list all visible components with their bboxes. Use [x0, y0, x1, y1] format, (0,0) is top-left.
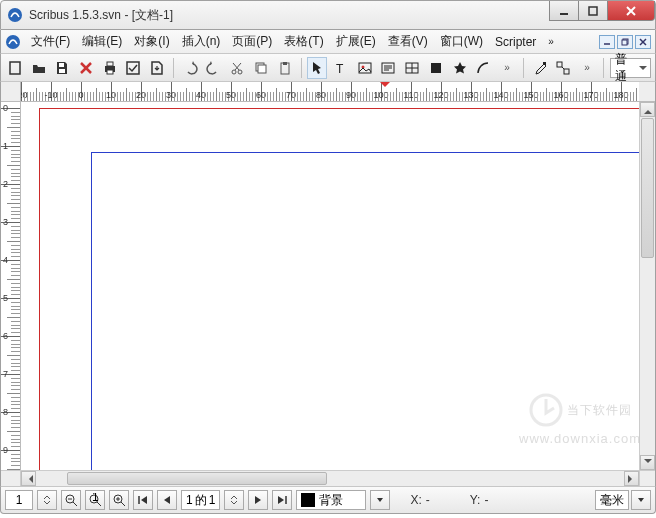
scroll-right-button[interactable] — [624, 471, 639, 486]
svg-rect-18 — [107, 70, 113, 74]
last-page-button[interactable] — [272, 490, 292, 510]
mdi-close-button[interactable] — [635, 35, 651, 49]
toolbar-separator — [173, 58, 174, 78]
page-selector-stepper[interactable] — [224, 490, 244, 510]
svg-rect-17 — [107, 62, 113, 66]
zoom-out-button[interactable] — [61, 490, 81, 510]
svg-point-0 — [8, 8, 22, 22]
layer-color-swatch — [301, 493, 315, 507]
statusbar: 1 1 1 的 1 背景 X: - Y: - 毫米 — [0, 486, 656, 514]
svg-rect-12 — [59, 63, 64, 67]
mdi-controls — [599, 35, 651, 49]
copy-button[interactable] — [251, 57, 271, 79]
table-tool[interactable] — [402, 57, 422, 79]
menu-view[interactable]: 查看(V) — [382, 31, 434, 52]
vertical-ruler[interactable]: 0123456789 — [1, 102, 21, 470]
paste-button[interactable] — [275, 57, 295, 79]
minimize-button[interactable] — [549, 1, 579, 21]
svg-point-5 — [6, 35, 20, 49]
layer-name: 背景 — [319, 492, 343, 509]
svg-rect-2 — [589, 7, 597, 15]
toolbar-separator — [301, 58, 302, 78]
unit-dropdown-button[interactable] — [631, 490, 651, 510]
close-button[interactable] — [607, 1, 655, 21]
toolbar-overflow[interactable]: » — [497, 57, 517, 79]
mdi-restore-button[interactable] — [617, 35, 633, 49]
horizontal-ruler[interactable]: -20-100102030405060708090100110120130140… — [21, 82, 639, 102]
menu-edit[interactable]: 编辑(E) — [76, 31, 128, 52]
horizontal-scrollbar[interactable] — [21, 470, 639, 486]
redo-button[interactable] — [204, 57, 224, 79]
layer-selector[interactable]: 背景 — [296, 490, 366, 510]
next-page-button[interactable] — [248, 490, 268, 510]
svg-text:1: 1 — [92, 493, 99, 504]
svg-line-51 — [121, 502, 125, 506]
polygon-tool[interactable] — [450, 57, 470, 79]
close-doc-button[interactable] — [76, 57, 96, 79]
maximize-button[interactable] — [578, 1, 608, 21]
svg-line-42 — [562, 67, 564, 69]
shape-tool[interactable] — [426, 57, 446, 79]
pdf-export-button[interactable] — [147, 57, 167, 79]
unit-value: 毫米 — [600, 492, 624, 509]
cut-button[interactable] — [227, 57, 247, 79]
open-button[interactable] — [29, 57, 49, 79]
page-number-value: 1 — [16, 493, 23, 507]
mdi-minimize-button[interactable] — [599, 35, 615, 49]
menu-overflow[interactable]: » — [542, 34, 560, 49]
zoom-in-button[interactable] — [109, 490, 129, 510]
text-frame-tool[interactable]: T — [331, 57, 351, 79]
toolbar-separator — [603, 58, 604, 78]
preview-quality-dropdown[interactable]: 普通 — [610, 58, 651, 78]
svg-rect-11 — [10, 62, 20, 74]
menu-table[interactable]: 表格(T) — [278, 31, 329, 52]
menu-window[interactable]: 窗口(W) — [434, 31, 489, 52]
link-frames-tool[interactable] — [553, 57, 573, 79]
scroll-corner-left — [1, 470, 21, 486]
scroll-left-button[interactable] — [21, 471, 36, 486]
image-frame-tool[interactable] — [355, 57, 375, 79]
prev-page-button[interactable] — [157, 490, 177, 510]
vertical-scrollbar[interactable] — [639, 102, 655, 470]
print-button[interactable] — [100, 57, 120, 79]
preflight-button[interactable] — [124, 57, 144, 79]
page-number-input[interactable]: 1 — [5, 490, 33, 510]
unit-selector[interactable]: 毫米 — [595, 490, 629, 510]
menu-page[interactable]: 页面(P) — [226, 31, 278, 52]
scroll-down-button[interactable] — [640, 455, 655, 470]
layer-dropdown-button[interactable] — [370, 490, 390, 510]
svg-rect-19 — [127, 62, 139, 74]
ruler-corner-right — [639, 82, 655, 102]
menu-scripter[interactable]: Scripter — [489, 33, 542, 51]
menu-object[interactable]: 对象(I) — [128, 31, 175, 52]
vertical-scroll-thumb[interactable] — [641, 118, 654, 258]
save-button[interactable] — [52, 57, 72, 79]
svg-point-21 — [238, 70, 242, 74]
svg-rect-13 — [59, 69, 65, 73]
svg-rect-40 — [557, 62, 562, 67]
canvas[interactable] — [21, 102, 639, 470]
render-frame-tool[interactable] — [379, 57, 399, 79]
scroll-corner — [639, 470, 655, 486]
ruler-origin-corner[interactable] — [1, 82, 21, 102]
horizontal-scroll-thumb[interactable] — [67, 472, 327, 485]
menu-extras[interactable]: 扩展(E) — [330, 31, 382, 52]
page-stepper[interactable] — [37, 490, 57, 510]
select-tool[interactable] — [307, 57, 327, 79]
menu-insert[interactable]: 插入(n) — [176, 31, 227, 52]
preview-quality-value: 普通 — [615, 51, 636, 85]
window-title: Scribus 1.5.3.svn - [文档-1] — [29, 7, 173, 24]
zoom-reset-button[interactable]: 1 — [85, 490, 105, 510]
scroll-up-button[interactable] — [640, 102, 655, 117]
new-button[interactable] — [5, 57, 25, 79]
arc-tool[interactable] — [473, 57, 493, 79]
toolbar: T » » 普通 — [0, 54, 656, 82]
menu-file[interactable]: 文件(F) — [25, 31, 76, 52]
undo-button[interactable] — [180, 57, 200, 79]
workspace: -20-100102030405060708090100110120130140… — [0, 82, 656, 486]
toolbar-overflow-2[interactable]: » — [577, 57, 597, 79]
first-page-button[interactable] — [133, 490, 153, 510]
svg-rect-38 — [431, 63, 441, 73]
eyedropper-tool[interactable] — [530, 57, 550, 79]
window-controls — [550, 1, 655, 21]
